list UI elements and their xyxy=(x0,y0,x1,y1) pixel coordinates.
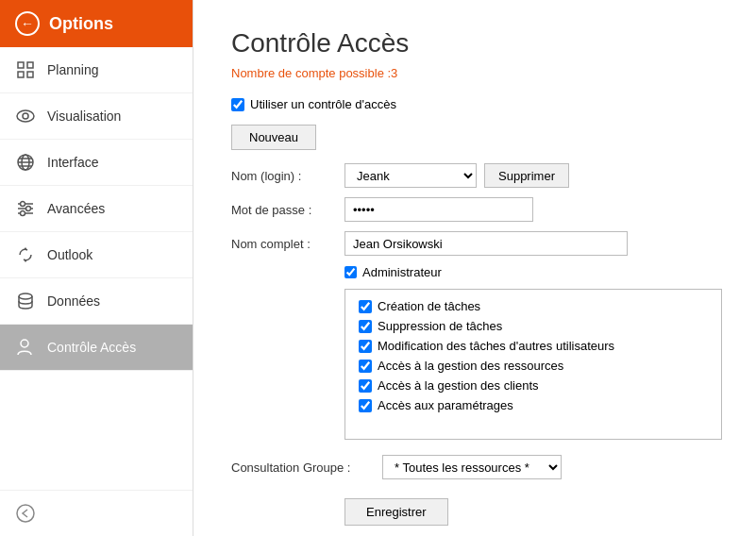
perm-creation: Création de tâches xyxy=(359,299,708,313)
consultation-label: Consultation Groupe : xyxy=(231,461,382,475)
svg-point-19 xyxy=(17,505,34,522)
page-title: Contrôle Accès xyxy=(231,28,718,59)
sidebar-item-interface[interactable]: Interface xyxy=(0,140,193,186)
svg-point-17 xyxy=(19,293,32,299)
consultation-select[interactable]: * Toutes les ressources * xyxy=(382,455,562,479)
sidebar-item-interface-label: Interface xyxy=(47,155,98,170)
main-content: Contrôle Accès Nombre de compte possible… xyxy=(193,0,756,536)
enregistrer-button[interactable]: Enregistrer xyxy=(344,498,448,526)
sidebar-item-visualisation-label: Visualisation xyxy=(47,109,121,124)
user-lock-icon xyxy=(15,337,36,358)
nom-select[interactable]: Jeank xyxy=(344,163,477,188)
sidebar: ← Options Planning Visualisation xyxy=(0,0,193,536)
perm-suppression: Suppression de tâches xyxy=(359,319,708,333)
sidebar-item-avancees[interactable]: Avancées xyxy=(0,186,193,232)
perm-acces-clients-label: Accès à la gestion des clients xyxy=(378,378,539,393)
back-icon[interactable]: ← xyxy=(15,11,40,36)
permissions-box: Création de tâches Suppression de tâches… xyxy=(344,289,722,440)
perm-modification: Modification des tâches d'autres utilisa… xyxy=(359,339,708,353)
sidebar-back-bottom[interactable] xyxy=(0,490,193,536)
perm-creation-label: Création de tâches xyxy=(378,299,480,313)
back-bottom-icon xyxy=(15,503,36,524)
perm-acces-ressources-checkbox[interactable] xyxy=(359,360,372,373)
sidebar-item-donnees-label: Données xyxy=(47,293,100,309)
perm-suppression-checkbox[interactable] xyxy=(359,320,372,333)
use-access-label: Utiliser un contrôle d'accès xyxy=(250,97,396,111)
perm-modification-label: Modification des tâches d'autres utilisa… xyxy=(378,339,614,353)
supprimer-button[interactable]: Supprimer xyxy=(484,163,569,188)
perm-acces-clients-checkbox[interactable] xyxy=(359,379,372,393)
use-access-control-row: Utiliser un contrôle d'accès xyxy=(231,97,718,111)
eye-icon xyxy=(15,106,36,126)
use-access-checkbox[interactable] xyxy=(231,98,244,111)
nom-row: Nom (login) : Jeank Supprimer xyxy=(231,163,718,188)
grid-icon xyxy=(15,59,36,80)
svg-point-15 xyxy=(26,207,31,211)
svg-point-14 xyxy=(21,202,25,207)
sidebar-header: ← Options xyxy=(0,0,193,47)
perm-acces-clients: Accès à la gestion des clients xyxy=(359,378,708,393)
sidebar-item-outlook-label: Outlook xyxy=(47,247,92,262)
database-icon xyxy=(15,291,36,311)
motdepasse-input[interactable] xyxy=(344,197,533,222)
nomcomplet-label: Nom complet : xyxy=(231,237,344,251)
sidebar-item-controle-acces[interactable]: Contrôle Accès xyxy=(0,325,193,371)
account-count: Nombre de compte possible :3 xyxy=(231,66,718,80)
sidebar-item-visualisation[interactable]: Visualisation xyxy=(0,93,193,140)
sidebar-item-avancees-label: Avancées xyxy=(47,201,105,216)
svg-point-5 xyxy=(23,113,28,119)
nouveau-button[interactable]: Nouveau xyxy=(231,125,316,150)
perm-acces-parametrages: Accès aux paramétrages xyxy=(359,398,708,412)
sidebar-item-controle-acces-label: Contrôle Accès xyxy=(47,340,136,355)
svg-rect-0 xyxy=(18,62,24,68)
motdepasse-row: Mot de passe : xyxy=(231,197,718,222)
perm-modification-checkbox[interactable] xyxy=(359,340,372,353)
svg-rect-3 xyxy=(27,72,33,77)
svg-point-4 xyxy=(17,110,34,122)
sidebar-item-donnees[interactable]: Données xyxy=(0,278,193,325)
perm-acces-parametrages-checkbox[interactable] xyxy=(359,399,372,412)
admin-label: Administrateur xyxy=(362,265,442,279)
sidebar-item-planning[interactable]: Planning xyxy=(0,47,193,93)
perm-acces-ressources-label: Accès à la gestion des ressources xyxy=(378,359,563,373)
sidebar-item-outlook[interactable]: Outlook xyxy=(0,232,193,278)
globe-icon xyxy=(15,152,36,173)
motdepasse-label: Mot de passe : xyxy=(231,203,344,217)
admin-checkbox[interactable] xyxy=(344,266,357,278)
consultation-row: Consultation Groupe : * Toutes les resso… xyxy=(231,455,718,479)
arrows-icon xyxy=(15,244,36,265)
svg-rect-1 xyxy=(27,62,33,68)
perm-acces-parametrages-label: Accès aux paramétrages xyxy=(378,398,513,412)
nomcomplet-input[interactable] xyxy=(344,231,628,256)
sidebar-title: Options xyxy=(49,14,113,34)
admin-row: Administrateur xyxy=(344,265,718,279)
perm-suppression-label: Suppression de tâches xyxy=(378,319,502,333)
sidebar-item-planning-label: Planning xyxy=(47,62,99,77)
nomcomplet-row: Nom complet : xyxy=(231,231,718,256)
perm-acces-ressources: Accès à la gestion des ressources xyxy=(359,359,708,373)
svg-point-16 xyxy=(21,211,25,216)
sliders-icon xyxy=(15,198,36,219)
nom-label: Nom (login) : xyxy=(231,169,344,183)
perm-creation-checkbox[interactable] xyxy=(359,300,372,313)
svg-point-18 xyxy=(21,340,28,347)
svg-rect-2 xyxy=(18,72,24,77)
